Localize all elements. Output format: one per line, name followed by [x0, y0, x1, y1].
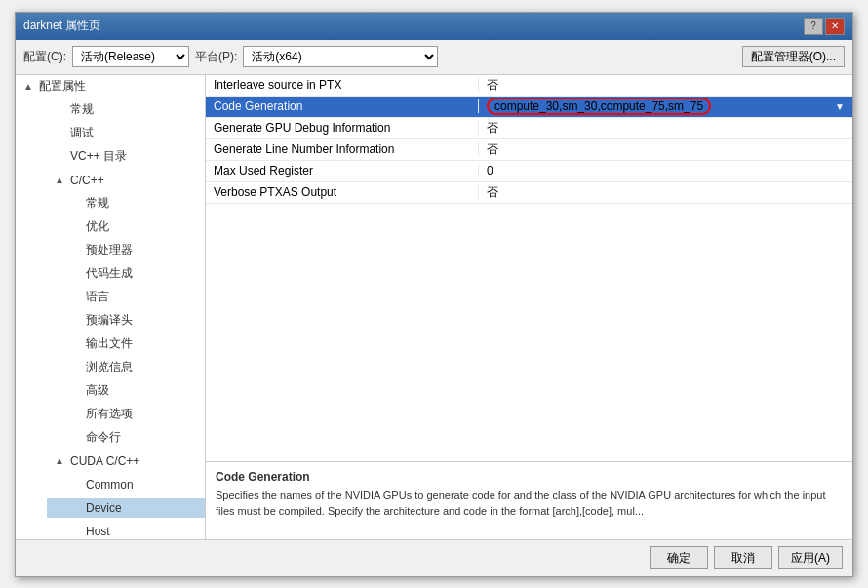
sidebar-item-预处理器[interactable]: 预处理器	[47, 239, 205, 262]
main-content: ▲ 配置属性 常规 调试	[16, 75, 852, 539]
sidebar-item-所有选项[interactable]: 所有选项	[47, 403, 205, 426]
sidebar-item-配置属性[interactable]: ▲ 配置属性	[16, 75, 205, 98]
prop-value-text-code-gen: compute_30,sm_30,compute_75,sm_75	[487, 98, 711, 115]
prop-value-gpu-debug: 否	[479, 120, 852, 137]
sidebar-label-c/c++: C/C++	[70, 174, 104, 187]
ok-button[interactable]: 确定	[650, 546, 708, 569]
sidebar-group-c/c++-children: 常规 优化 预处理器	[31, 192, 205, 450]
sidebar-item-device[interactable]: Device	[47, 496, 205, 520]
sidebar-label-cuda-c/c++: CUDA C/C++	[70, 454, 139, 468]
prop-value-text-line-number: 否	[487, 141, 498, 158]
sidebar-label-常规: 常规	[70, 101, 94, 118]
prop-value-code-gen: compute_30,sm_30,compute_75,sm_75 ▼	[479, 98, 852, 115]
apply-button[interactable]: 应用(A)	[778, 546, 843, 569]
prop-value-interleave: 否	[479, 77, 852, 94]
sidebar: ▲ 配置属性 常规 调试	[16, 75, 206, 539]
expand-icon-配置属性: ▲	[23, 81, 39, 92]
sidebar-label-device: Device	[86, 501, 122, 515]
main-window: darknet 属性页 ? ✕ 配置(C): 活动(Release) 平台(P)…	[15, 12, 853, 577]
platform-select[interactable]: 活动(x64)	[243, 46, 438, 67]
sidebar-item-高级[interactable]: 高级	[47, 379, 205, 403]
prop-value-ptxas-output: 否	[479, 184, 852, 201]
prop-value-max-register: 0	[479, 164, 852, 177]
sidebar-label-浏览信息: 浏览信息	[86, 359, 133, 375]
sidebar-item-common[interactable]: Common	[47, 473, 205, 496]
prop-value-text-interleave: 否	[487, 77, 498, 94]
prop-value-text-gpu-debug: 否	[487, 120, 498, 137]
prop-name-max-register: Max Used Register	[206, 164, 479, 177]
dropdown-arrow-code-gen[interactable]: ▼	[835, 101, 845, 112]
right-panel: Interleave source in PTX 否 Code Generati…	[206, 75, 852, 539]
sidebar-label-常规2: 常规	[86, 195, 109, 212]
prop-row-interleave[interactable]: Interleave source in PTX 否	[206, 75, 852, 97]
sidebar-label-语言: 语言	[86, 289, 109, 305]
description-text: Specifies the names of the NVIDIA GPUs t…	[216, 488, 843, 520]
description-panel: Code Generation Specifies the names of t…	[206, 461, 852, 539]
prop-value-text-ptxas-output: 否	[487, 184, 498, 201]
prop-name-line-number: Generate Line Number Information	[206, 142, 479, 156]
bottom-bar: 确定 取消 应用(A)	[16, 539, 852, 576]
prop-value-text-max-register: 0	[487, 164, 493, 177]
title-bar: darknet 属性页 ? ✕	[16, 13, 852, 40]
properties-table: Interleave source in PTX 否 Code Generati…	[206, 75, 852, 461]
sidebar-label-输出文件: 输出文件	[86, 335, 133, 352]
sidebar-item-常规2[interactable]: 常规	[47, 192, 205, 216]
prop-name-gpu-debug: Generate GPU Debug Information	[206, 121, 479, 135]
sidebar-item-常规[interactable]: 常规	[31, 98, 205, 122]
prop-row-max-register[interactable]: Max Used Register 0	[206, 161, 852, 182]
sidebar-group-配置属性-children: 常规 调试 VC++ 目录	[16, 98, 205, 539]
sidebar-label-host: Host	[86, 525, 110, 538]
sidebar-item-vc++目录[interactable]: VC++ 目录	[31, 145, 205, 169]
sidebar-item-命令行[interactable]: 命令行	[47, 426, 205, 450]
help-button[interactable]: ?	[804, 18, 823, 35]
description-title: Code Generation	[216, 470, 843, 484]
sidebar-label-代码生成: 代码生成	[86, 265, 133, 282]
config-label: 配置(C):	[23, 49, 66, 65]
sidebar-inner: ▲ 配置属性 常规 调试	[16, 75, 205, 539]
sidebar-label-配置属性: 配置属性	[39, 78, 86, 95]
sidebar-item-预编译头[interactable]: 预编译头	[47, 309, 205, 333]
sidebar-item-cuda-c/c++[interactable]: ▲ CUDA C/C++	[31, 450, 205, 473]
expand-icon-cuda-c/c++: ▲	[55, 455, 70, 466]
sidebar-group-cuda-children: Common Device Host	[31, 473, 205, 539]
title-bar-buttons: ? ✕	[804, 18, 845, 35]
sidebar-label-vc++目录: VC++ 目录	[70, 148, 127, 165]
sidebar-label-预编译头: 预编译头	[86, 312, 133, 329]
prop-name-ptxas-output: Verbose PTXAS Output	[206, 185, 479, 199]
sidebar-label-common: Common	[86, 478, 134, 491]
prop-name-interleave: Interleave source in PTX	[206, 78, 479, 92]
sidebar-item-代码生成[interactable]: 代码生成	[47, 262, 205, 286]
sidebar-label-所有选项: 所有选项	[86, 406, 133, 422]
config-select[interactable]: 活动(Release)	[72, 46, 189, 67]
cancel-button[interactable]: 取消	[714, 546, 772, 569]
sidebar-item-host[interactable]: Host	[47, 520, 205, 539]
config-manager-button[interactable]: 配置管理器(O)...	[742, 46, 845, 67]
prop-name-code-gen: Code Generation	[206, 99, 479, 113]
sidebar-label-预处理器: 预处理器	[86, 242, 133, 258]
sidebar-item-c/c++[interactable]: ▲ C/C++	[31, 169, 205, 192]
sidebar-item-调试[interactable]: 调试	[31, 122, 205, 145]
prop-value-line-number: 否	[479, 141, 852, 158]
sidebar-item-优化[interactable]: 优化	[47, 216, 205, 239]
sidebar-label-优化: 优化	[86, 218, 109, 235]
sidebar-item-语言[interactable]: 语言	[47, 286, 205, 309]
prop-row-ptxas-output[interactable]: Verbose PTXAS Output 否	[206, 182, 852, 204]
prop-row-gpu-debug[interactable]: Generate GPU Debug Information 否	[206, 118, 852, 139]
sidebar-label-调试: 调试	[70, 125, 94, 141]
prop-row-code-gen[interactable]: Code Generation compute_30,sm_30,compute…	[206, 97, 852, 118]
window-title: darknet 属性页	[23, 18, 100, 34]
platform-label: 平台(P):	[195, 49, 237, 65]
toolbar: 配置(C): 活动(Release) 平台(P): 活动(x64) 配置管理器(…	[16, 40, 852, 75]
sidebar-label-命令行: 命令行	[86, 429, 121, 446]
prop-row-line-number[interactable]: Generate Line Number Information 否	[206, 139, 852, 161]
sidebar-item-输出文件[interactable]: 输出文件	[47, 333, 205, 356]
sidebar-label-高级: 高级	[86, 382, 109, 399]
close-button[interactable]: ✕	[825, 18, 845, 35]
expand-icon-c/c++: ▲	[55, 175, 70, 185]
sidebar-item-浏览信息[interactable]: 浏览信息	[47, 356, 205, 379]
